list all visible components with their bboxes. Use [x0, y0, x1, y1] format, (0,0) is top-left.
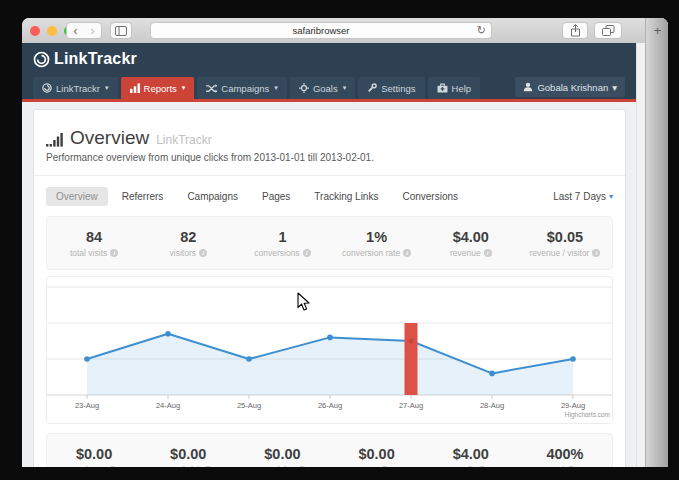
- logo-text: LinkTrackr: [54, 50, 137, 68]
- user-icon: [523, 82, 533, 92]
- nav-item-help[interactable]: Help: [428, 77, 481, 99]
- minimize-window-button[interactable]: [47, 26, 57, 36]
- nav-item-label: Goals: [313, 83, 338, 94]
- visits-chart: 23-Aug24-Aug25-Aug26-Aug27-Aug28-Aug29-A…: [46, 276, 613, 424]
- info-icon[interactable]: i: [381, 466, 389, 468]
- address-bar[interactable]: safaribrowser ↻: [150, 22, 492, 39]
- page-brand: LinkTrackr: [156, 133, 212, 147]
- data-point: [409, 339, 414, 344]
- info-icon[interactable]: i: [478, 466, 486, 468]
- back-button[interactable]: ‹: [67, 23, 84, 38]
- user-menu[interactable]: Gobala Krishnan ▾: [515, 77, 625, 97]
- tab-referrers[interactable]: Referrers: [112, 187, 174, 206]
- linktrackr-icon: [42, 83, 52, 93]
- stat-roi: 400%roii: [518, 446, 612, 468]
- nav-item-campaigns[interactable]: Campaigns▾: [197, 77, 287, 99]
- stat-conversion-rate: 1%conversion ratei: [330, 229, 424, 258]
- page-title-row: Overview LinkTrackr: [46, 110, 613, 149]
- stat-label: cpai: [330, 465, 424, 468]
- stat-value: $0.00: [47, 446, 141, 462]
- x-axis-label: 27-Aug: [399, 401, 423, 410]
- window-edge-strip: +: [645, 18, 668, 467]
- crosshairs-icon: [299, 83, 309, 93]
- stat-label: roii: [518, 465, 612, 468]
- url-text: safaribrowser: [292, 25, 349, 36]
- stat-revenue: $4.00revenuei: [424, 229, 518, 258]
- data-point[interactable]: [570, 356, 576, 362]
- stat-visitors: 82visitorsi: [141, 229, 235, 258]
- stat-value: $4.00: [424, 229, 518, 245]
- stat-label: conversionsi: [235, 248, 329, 258]
- tab-tracking-links[interactable]: Tracking Links: [304, 187, 388, 206]
- chevron-down-icon: ▾: [274, 84, 278, 92]
- info-icon[interactable]: i: [403, 249, 411, 257]
- conversion-bar[interactable]: [405, 323, 418, 395]
- sidebar-toggle-button[interactable]: [110, 22, 132, 39]
- nav-item-label: Campaigns: [221, 83, 269, 94]
- stat-value: $0.05: [518, 229, 612, 245]
- data-point[interactable]: [165, 331, 171, 337]
- data-point[interactable]: [246, 356, 252, 362]
- x-axis-label: 26-Aug: [318, 401, 342, 410]
- screen-background: ‹ › safaribrowser ↻: [0, 0, 679, 480]
- nav-item-settings[interactable]: Settings: [358, 77, 424, 99]
- chevron-down-icon: ▾: [343, 84, 347, 92]
- stat-label: total costi: [47, 465, 141, 468]
- data-point[interactable]: [489, 371, 495, 377]
- safari-window: ‹ › safaribrowser ↻: [22, 18, 668, 467]
- nav-item-goals[interactable]: Goals▾: [290, 77, 355, 99]
- stat-value: 84: [47, 229, 141, 245]
- stat-profit: $4.00profiti: [424, 446, 518, 468]
- info-icon[interactable]: i: [204, 466, 212, 468]
- tab-conversions[interactable]: Conversions: [392, 187, 468, 206]
- share-button[interactable]: [562, 22, 588, 39]
- forward-button[interactable]: ›: [84, 23, 101, 38]
- stat-value: $0.00: [330, 446, 424, 462]
- tab-pages[interactable]: Pages: [252, 187, 300, 206]
- stat-label: visitorsi: [141, 248, 235, 258]
- nav-item-linktrackr[interactable]: LinkTrackr▾: [33, 77, 118, 99]
- info-icon[interactable]: i: [298, 466, 306, 468]
- stat-label: conversion ratei: [330, 248, 424, 258]
- tab-overview[interactable]: Overview: [46, 187, 108, 206]
- user-name: Gobala Krishnan: [537, 82, 608, 93]
- stats-panel-top: 84total visitsi82visitorsi1conversionsi1…: [46, 216, 613, 270]
- date-range-select[interactable]: Last 7 Days ▾: [553, 191, 613, 202]
- info-icon[interactable]: i: [592, 249, 600, 257]
- main-navigation: LinkTrackr▾Reports▾Campaigns▾Goals▾Setti…: [22, 75, 637, 99]
- bar-chart-icon: [130, 83, 140, 93]
- stat-label: cost / dayi: [235, 465, 329, 468]
- linktrackr-logo-icon: [33, 51, 50, 68]
- x-axis-label: 25-Aug: [237, 401, 261, 410]
- reload-icon[interactable]: ↻: [477, 24, 486, 37]
- info-icon[interactable]: i: [199, 249, 207, 257]
- info-icon[interactable]: i: [303, 249, 311, 257]
- browser-titlebar: ‹ › safaribrowser ↻: [22, 18, 668, 44]
- nav-item-reports[interactable]: Reports▾: [121, 77, 195, 99]
- linktrackr-logo[interactable]: LinkTrackr: [33, 50, 137, 68]
- tab-overview-button[interactable]: [594, 22, 622, 39]
- info-icon[interactable]: i: [109, 466, 117, 468]
- stat-label: revenuei: [424, 248, 518, 258]
- overview-card: Overview LinkTrackr Performance overview…: [33, 109, 626, 467]
- stat-cost-visit: $0.00cost / visiti: [141, 446, 235, 468]
- stat-conversions: 1conversionsi: [235, 229, 329, 258]
- tabs-icon: [602, 25, 615, 37]
- data-point[interactable]: [327, 335, 333, 341]
- stat-cpa: $0.00cpai: [330, 446, 424, 468]
- tab-campaigns[interactable]: Campaigns: [177, 187, 248, 206]
- info-icon[interactable]: i: [567, 466, 575, 468]
- info-icon[interactable]: i: [110, 249, 118, 257]
- nav-item-label: LinkTrackr: [56, 83, 100, 94]
- page-content: LinkTrackr LinkTrackr▾Reports▾Campaigns▾…: [22, 43, 637, 467]
- shuffle-icon: [206, 84, 217, 93]
- info-icon[interactable]: i: [484, 249, 492, 257]
- mouse-cursor: [297, 292, 310, 311]
- x-axis-label: 28-Aug: [480, 401, 504, 410]
- highcharts-credits[interactable]: Highcharts.com: [565, 411, 610, 419]
- close-window-button[interactable]: [30, 26, 40, 36]
- data-point[interactable]: [84, 356, 90, 362]
- new-tab-button[interactable]: +: [650, 24, 665, 39]
- history-nav-buttons: ‹ ›: [66, 22, 102, 39]
- chevron-down-icon: ▾: [612, 82, 617, 93]
